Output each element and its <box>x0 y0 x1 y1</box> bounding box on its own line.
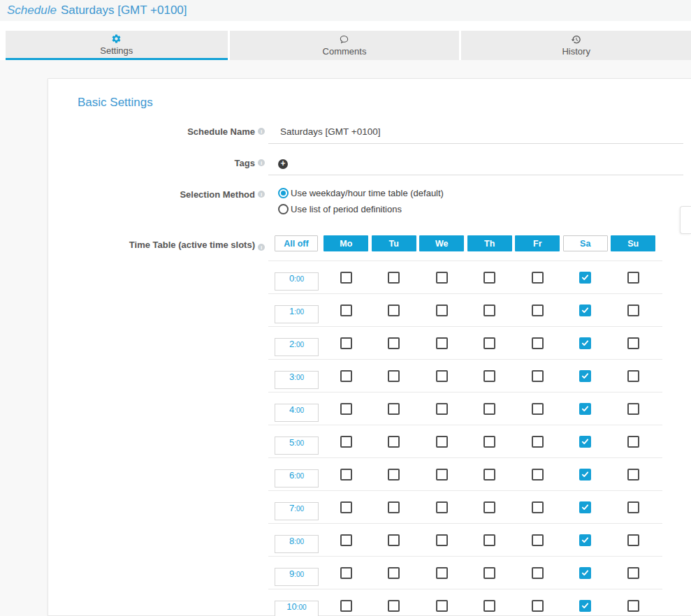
time-slot-checkbox-4-th[interactable] <box>483 403 495 415</box>
schedule-name-input[interactable] <box>268 126 683 144</box>
time-slot-checkbox-4-we[interactable] <box>436 403 448 415</box>
time-slot-checkbox-6-sa[interactable] <box>579 469 591 481</box>
info-icon[interactable]: i <box>258 128 265 135</box>
time-slot-checkbox-10-fr[interactable] <box>532 600 544 612</box>
time-slot-checkbox-7-mo[interactable] <box>340 501 352 513</box>
day-toggle-we[interactable]: We <box>419 235 464 251</box>
time-slot-checkbox-1-we[interactable] <box>436 305 448 316</box>
time-slot-checkbox-2-su[interactable] <box>627 337 639 349</box>
time-slot-checkbox-9-tu[interactable] <box>388 567 400 579</box>
time-slot-checkbox-0-we[interactable] <box>436 272 448 284</box>
hour-button-5[interactable]: 5:00 <box>275 437 319 455</box>
time-slot-checkbox-5-sa[interactable] <box>579 436 591 448</box>
time-slot-checkbox-7-we[interactable] <box>436 501 448 513</box>
info-icon[interactable]: i <box>258 191 265 198</box>
time-slot-checkbox-9-mo[interactable] <box>340 567 352 579</box>
time-slot-checkbox-3-su[interactable] <box>627 370 639 382</box>
time-slot-checkbox-3-fr[interactable] <box>532 370 544 382</box>
time-slot-checkbox-8-th[interactable] <box>483 534 495 546</box>
day-toggle-fr[interactable]: Fr <box>515 235 560 251</box>
time-slot-checkbox-4-su[interactable] <box>627 403 639 415</box>
time-slot-checkbox-5-mo[interactable] <box>340 436 352 448</box>
time-slot-checkbox-4-fr[interactable] <box>532 403 544 415</box>
time-slot-checkbox-0-tu[interactable] <box>388 272 400 284</box>
time-slot-checkbox-0-fr[interactable] <box>532 272 544 284</box>
add-tag-button[interactable]: + <box>278 159 288 169</box>
time-slot-checkbox-3-th[interactable] <box>483 370 495 382</box>
time-slot-checkbox-0-sa[interactable] <box>579 272 591 284</box>
time-slot-checkbox-8-su[interactable] <box>627 534 639 546</box>
time-slot-checkbox-4-tu[interactable] <box>388 403 400 415</box>
time-slot-checkbox-3-mo[interactable] <box>340 370 352 382</box>
time-slot-checkbox-6-we[interactable] <box>436 469 448 481</box>
time-slot-checkbox-6-su[interactable] <box>627 469 639 481</box>
time-slot-checkbox-9-fr[interactable] <box>532 567 544 579</box>
time-slot-checkbox-0-su[interactable] <box>627 272 639 284</box>
time-slot-checkbox-10-we[interactable] <box>436 600 448 612</box>
time-slot-checkbox-7-th[interactable] <box>483 501 495 513</box>
hour-button-7[interactable]: 7:00 <box>275 502 319 520</box>
time-slot-checkbox-5-tu[interactable] <box>388 436 400 448</box>
time-slot-checkbox-5-fr[interactable] <box>532 436 544 448</box>
time-slot-checkbox-2-th[interactable] <box>483 337 495 349</box>
time-slot-checkbox-2-fr[interactable] <box>532 337 544 349</box>
time-slot-checkbox-6-fr[interactable] <box>532 469 544 481</box>
time-slot-checkbox-10-th[interactable] <box>483 600 495 612</box>
day-toggle-th[interactable]: Th <box>467 235 512 251</box>
hour-button-6[interactable]: 6:00 <box>275 469 319 487</box>
time-slot-checkbox-8-mo[interactable] <box>340 534 352 546</box>
radio-option-periods[interactable]: Use list of period definitions <box>278 204 683 214</box>
hour-button-9[interactable]: 9:00 <box>275 568 319 586</box>
info-icon[interactable]: i <box>258 159 265 166</box>
hour-button-1[interactable]: 1:00 <box>275 305 319 323</box>
time-slot-checkbox-7-tu[interactable] <box>388 501 400 513</box>
hour-button-8[interactable]: 8:00 <box>275 535 319 553</box>
hour-button-3[interactable]: 3:00 <box>275 371 319 389</box>
time-slot-checkbox-5-th[interactable] <box>483 436 495 448</box>
time-slot-checkbox-10-su[interactable] <box>627 600 639 612</box>
time-slot-checkbox-2-we[interactable] <box>436 337 448 349</box>
time-slot-checkbox-1-su[interactable] <box>627 305 639 316</box>
info-icon[interactable]: i <box>258 244 265 251</box>
time-slot-checkbox-10-tu[interactable] <box>388 600 400 612</box>
side-panel-handle[interactable] <box>680 206 691 234</box>
time-slot-checkbox-1-th[interactable] <box>483 305 495 316</box>
time-slot-checkbox-8-fr[interactable] <box>532 534 544 546</box>
time-slot-checkbox-2-sa[interactable] <box>579 337 591 349</box>
tab-comments[interactable]: Comments <box>230 31 460 60</box>
time-slot-checkbox-9-sa[interactable] <box>579 567 591 579</box>
time-slot-checkbox-2-tu[interactable] <box>388 337 400 349</box>
time-slot-checkbox-9-su[interactable] <box>627 567 639 579</box>
time-slot-checkbox-0-th[interactable] <box>483 272 495 284</box>
time-slot-checkbox-9-th[interactable] <box>483 567 495 579</box>
time-slot-checkbox-9-we[interactable] <box>436 567 448 579</box>
time-slot-checkbox-1-mo[interactable] <box>340 305 352 316</box>
time-slot-checkbox-2-mo[interactable] <box>340 337 352 349</box>
day-toggle-sa[interactable]: Sa <box>563 235 608 251</box>
time-slot-checkbox-5-we[interactable] <box>436 436 448 448</box>
time-slot-checkbox-7-fr[interactable] <box>532 501 544 513</box>
tab-settings[interactable]: Settings <box>6 31 228 60</box>
time-slot-checkbox-6-mo[interactable] <box>340 469 352 481</box>
time-slot-checkbox-10-mo[interactable] <box>340 600 352 612</box>
hour-button-2[interactable]: 2:00 <box>275 338 319 356</box>
time-slot-checkbox-1-fr[interactable] <box>532 305 544 316</box>
time-slot-checkbox-3-sa[interactable] <box>579 370 591 382</box>
time-slot-checkbox-5-su[interactable] <box>627 436 639 448</box>
time-slot-checkbox-8-tu[interactable] <box>388 534 400 546</box>
time-slot-checkbox-4-sa[interactable] <box>579 403 591 415</box>
time-slot-checkbox-10-sa[interactable] <box>579 600 591 612</box>
time-slot-checkbox-6-tu[interactable] <box>388 469 400 481</box>
time-slot-checkbox-7-sa[interactable] <box>579 501 591 513</box>
time-slot-checkbox-8-sa[interactable] <box>579 534 591 546</box>
time-slot-checkbox-4-mo[interactable] <box>340 403 352 415</box>
radio-option-timetable[interactable]: Use weekday/hour time table (default) <box>278 188 683 198</box>
time-slot-checkbox-3-we[interactable] <box>436 370 448 382</box>
time-slot-checkbox-7-su[interactable] <box>627 501 639 513</box>
day-toggle-tu[interactable]: Tu <box>372 235 416 251</box>
time-slot-checkbox-0-mo[interactable] <box>340 272 352 284</box>
time-slot-checkbox-1-sa[interactable] <box>579 305 591 316</box>
time-slot-checkbox-6-th[interactable] <box>483 469 495 481</box>
hour-button-4[interactable]: 4:00 <box>275 404 319 422</box>
time-slot-checkbox-1-tu[interactable] <box>388 305 400 316</box>
